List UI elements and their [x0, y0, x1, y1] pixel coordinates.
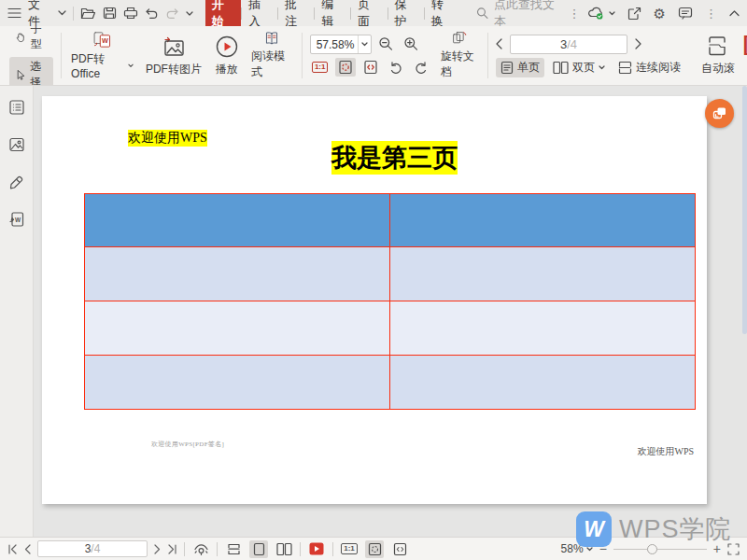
- total-pages: /4: [567, 37, 577, 51]
- wps-academy-label: WPS学院: [619, 512, 732, 546]
- auto-scroll-icon: [706, 35, 730, 58]
- table-cell: [390, 247, 696, 301]
- last-page-icon[interactable]: [167, 544, 177, 554]
- single-page-layout-icon[interactable]: [249, 540, 268, 558]
- pdf-to-office-icon: W: [90, 31, 115, 49]
- play-label: 播放: [216, 62, 238, 77]
- document-canvas[interactable]: 欢迎使用WPS 我是第三页 欢迎使用WPS[PDF签名] 欢迎使用WPS: [34, 86, 747, 537]
- current-page: 3: [85, 542, 92, 555]
- table-row: [84, 247, 696, 301]
- prev-page-icon[interactable]: [496, 38, 502, 49]
- rotate-document-button[interactable]: 旋转文档: [435, 29, 484, 82]
- prev-page-icon[interactable]: [24, 544, 31, 554]
- hand-icon: [15, 30, 26, 44]
- single-page-label: 单页: [517, 60, 540, 76]
- auto-scroll-button[interactable]: 自动滚: [689, 29, 747, 82]
- undo-icon[interactable]: [145, 7, 159, 20]
- zoom-dropdown-caret[interactable]: [358, 35, 371, 53]
- rotate-document-icon: [447, 31, 472, 46]
- fit-width-icon[interactable]: [390, 540, 409, 558]
- scrollbar-thumb[interactable]: [742, 86, 747, 334]
- clipped-icon: [: [743, 32, 747, 56]
- page-nav-group: 3/4 单页 双页 连续阅读: [492, 29, 689, 82]
- pdf-to-image-icon: [162, 35, 186, 59]
- settings-gear-icon[interactable]: ⚙: [654, 7, 666, 21]
- table-cell: [84, 193, 390, 247]
- rotate-right-icon[interactable]: [386, 58, 406, 77]
- save-icon[interactable]: [103, 7, 117, 20]
- select-tool-label: 选择: [30, 59, 48, 86]
- wps-academy-watermark[interactable]: W WPS学院: [576, 511, 732, 547]
- actual-size-icon[interactable]: 1:1: [340, 540, 359, 558]
- pdf-to-office-button[interactable]: W PDF转Office: [65, 29, 139, 82]
- rotate-left-icon[interactable]: [411, 58, 431, 77]
- next-page-icon[interactable]: [154, 544, 161, 554]
- hamburger-menu-icon[interactable]: [7, 7, 21, 19]
- next-page-icon[interactable]: [635, 38, 641, 49]
- main-area: W 欢迎使用WPS 我是第三页 欢迎使用WPS[PDF签名] 欢迎使用WPS: [0, 86, 747, 537]
- pdf-to-image-label: PDF转图片: [146, 62, 202, 77]
- sign-pen-icon[interactable]: [8, 174, 25, 190]
- feedback-comment-icon[interactable]: [678, 7, 693, 20]
- pdf-to-image-button[interactable]: PDF转图片: [140, 29, 208, 82]
- pdf-page[interactable]: 欢迎使用WPS 我是第三页 欢迎使用WPS[PDF签名] 欢迎使用WPS: [42, 96, 707, 504]
- pdf-to-word-panel-icon[interactable]: W: [8, 211, 25, 228]
- zoom-in-icon[interactable]: [402, 35, 422, 54]
- table-row: [84, 193, 696, 247]
- cursor-icon: [15, 68, 25, 82]
- single-page-button[interactable]: 单页: [496, 58, 544, 77]
- select-tool-button[interactable]: 选择: [9, 57, 53, 86]
- titlebar-right-icons: ⚙ ⋮: [587, 6, 740, 21]
- double-page-button[interactable]: 双页: [548, 58, 610, 77]
- open-folder-icon[interactable]: [80, 7, 96, 20]
- floating-convert-button[interactable]: [705, 99, 734, 128]
- continuous-reading-label: 连续阅读: [636, 60, 681, 76]
- share-icon[interactable]: [627, 7, 641, 21]
- fit-page-icon[interactable]: [335, 58, 356, 77]
- collapse-ribbon-icon[interactable]: [729, 10, 740, 17]
- zoom-value-box[interactable]: 57.58%: [310, 35, 372, 54]
- play-button[interactable]: 播放: [207, 29, 246, 82]
- double-page-label: 双页: [572, 60, 595, 76]
- svg-text:W: W: [14, 217, 21, 223]
- double-page-layout-icon[interactable]: [275, 540, 293, 558]
- actual-size-icon[interactable]: 1:1: [310, 58, 331, 77]
- page-number-box[interactable]: 3/4: [37, 540, 148, 557]
- total-pages: /4: [91, 542, 100, 555]
- image-panel-icon[interactable]: [8, 136, 25, 153]
- left-panel-bar: W: [0, 86, 34, 537]
- doc-header-text: 欢迎使用WPS: [128, 130, 207, 147]
- table-cell: [84, 301, 390, 356]
- outline-panel-icon[interactable]: [8, 99, 25, 116]
- cloud-sync-icon[interactable]: [587, 6, 615, 21]
- first-page-icon[interactable]: [7, 544, 18, 554]
- table-row: [84, 301, 696, 356]
- page-number-box[interactable]: 3/4: [510, 35, 627, 54]
- hand-tool-button[interactable]: 手型: [9, 26, 53, 54]
- search-icon: [476, 7, 488, 20]
- toolbar-more-chevron-icon[interactable]: [186, 11, 193, 16]
- eye-protect-icon[interactable]: [191, 540, 210, 558]
- zoom-out-icon[interactable]: [376, 35, 397, 54]
- pdf-to-office-label: PDF转Office: [71, 51, 125, 80]
- chevron-down-icon[interactable]: [58, 10, 66, 16]
- vertical-scrollbar[interactable]: [742, 86, 747, 537]
- play-slideshow-icon[interactable]: [307, 540, 326, 558]
- fit-width-icon[interactable]: [360, 58, 381, 77]
- play-icon: [215, 35, 239, 59]
- table-cell: [390, 356, 696, 410]
- more-options-icon[interactable]: ⋮: [705, 7, 717, 20]
- doc-page-title: 我是第三页: [331, 141, 458, 175]
- table-cell: [84, 247, 390, 301]
- current-page: 3: [560, 37, 567, 51]
- pointer-tools: 手型 选择: [6, 29, 57, 82]
- redo-icon[interactable]: [165, 7, 179, 20]
- continuous-reading-button[interactable]: 连续阅读: [613, 58, 685, 77]
- print-icon[interactable]: [123, 7, 138, 20]
- continuous-layout-icon[interactable]: [224, 540, 243, 558]
- table-cell: [390, 301, 696, 356]
- search-options-icon[interactable]: ⋮: [569, 7, 581, 20]
- table-row: [84, 356, 696, 410]
- fit-page-icon[interactable]: [365, 540, 384, 558]
- reading-mode-button[interactable]: 阅读模式: [246, 29, 298, 82]
